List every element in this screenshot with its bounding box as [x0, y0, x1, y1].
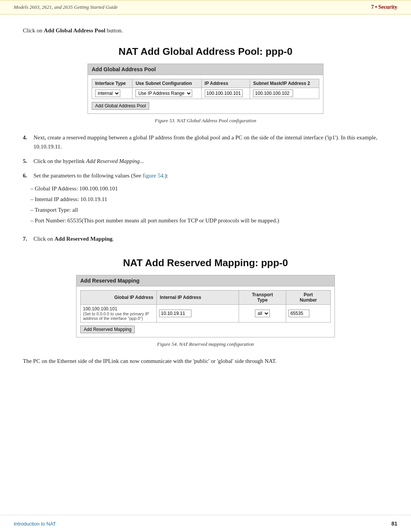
table-row: internal Use IP Address Range — [92, 88, 319, 99]
col-internal-ip: Internal IP Address — [157, 291, 239, 305]
chapter-num: 7 • Security — [371, 4, 397, 10]
global-ip-cell: 100.100.100.101 (Set to 0.0.0.0 to use t… — [81, 305, 157, 323]
section2-panel: Add Reserved Mapping Global IP Address I… — [76, 275, 335, 337]
transport-type-select[interactable]: all — [255, 310, 270, 317]
interface-type-cell: internal — [92, 88, 132, 99]
internal-ip-input[interactable] — [159, 310, 191, 317]
item5-num: 5. — [23, 157, 33, 166]
section1-panel-header: Add Global Address Pool — [88, 64, 323, 75]
col-port-number: PortNumber — [286, 291, 331, 305]
rm-table-row: 100.100.100.101 (Set to 0.0.0.0 to use t… — [81, 305, 331, 323]
main-content: Click on Add Global Address Pool button.… — [0, 14, 411, 389]
col-transport-type: TransportType — [239, 291, 286, 305]
global-address-pool-table: Interface Type Use Subnet Configuration … — [92, 79, 319, 99]
list-item-5: 5. Click on the hyperlink Add Reserved M… — [23, 157, 388, 166]
section1-panel-body: Interface Type Use Subnet Configuration … — [88, 75, 323, 113]
dash-list: Global IP Address: 100.100.100.101 Inter… — [30, 183, 279, 226]
footer-left-text: Introduction to NAT — [14, 521, 56, 527]
global-ip-note: (Set to 0.0.0.0 to use the primary IP ad… — [83, 312, 154, 321]
port-number-cell — [286, 305, 331, 323]
section2-panel-header: Add Reserved Mapping — [76, 275, 335, 286]
ip-address-input[interactable] — [205, 89, 243, 97]
section2: NAT Add Reserved Mapping: ppp-0 Add Rese… — [23, 257, 388, 347]
item7-content: Click on Add Reserved Mapping. — [33, 234, 388, 243]
figure54-caption: Figure 54. NAT Reserved mapping configur… — [23, 341, 388, 347]
dash-item-3: Transport Type: all — [30, 204, 279, 215]
section2-panel-body: Global IP Address Internal IP Address Tr… — [76, 286, 335, 337]
subnet-mask-cell — [250, 88, 319, 99]
col-interface-type: Interface Type — [92, 79, 132, 88]
col-subnet-config: Use Subnet Configuration — [132, 79, 201, 88]
item5-content: Click on the hyperlink Add Reserved Mapp… — [33, 157, 388, 166]
reserved-mapping-table: Global IP Address Internal IP Address Tr… — [80, 290, 331, 323]
add-global-address-pool-button[interactable]: Add Global Address Pool — [92, 102, 149, 110]
dash-item-1: Global IP Address: 100.100.100.101 — [30, 183, 279, 194]
item6-content: Set the parameters to the following valu… — [33, 171, 168, 180]
col-ip-address: IP Address — [201, 79, 250, 88]
dash-item-4: Port Number: 65535(This port number mean… — [30, 215, 279, 226]
interface-type-select[interactable]: internal — [95, 89, 120, 97]
list-item-7: 7. Click on Add Reserved Mapping. — [23, 234, 388, 243]
figure53-caption: Figure 53. NAT Global Address Pool confi… — [23, 118, 388, 124]
intro-paragraph: Click on Add Global Address Pool button. — [23, 26, 388, 35]
footer-bar: Introduction to NAT 81 — [0, 515, 411, 532]
header-left-text: Models 2603, 2621, and 2635 Getting Star… — [14, 4, 118, 10]
section1-title: NAT Add Global Address Pool: ppp-0 — [23, 46, 388, 58]
col-global-ip: Global IP Address — [81, 291, 157, 305]
item4-num: 4. — [23, 133, 33, 142]
ip-address-cell — [201, 88, 250, 99]
port-number-input[interactable] — [288, 310, 309, 317]
figure54-link[interactable]: figure 54 — [143, 173, 164, 179]
subnet-mask-input[interactable] — [253, 89, 293, 97]
item7-bold: Add Reserved Mapping — [54, 236, 113, 242]
subnet-config-cell: Use IP Address Range — [132, 88, 201, 99]
numbered-list: 4. Next, create a reserved mapping betwe… — [23, 133, 388, 243]
global-ip-value: 100.100.100.101 — [83, 306, 154, 312]
add-reserved-mapping-button[interactable]: Add Reserved Mapping — [80, 326, 135, 333]
list-item-6: 6. Set the parameters to the following v… — [23, 171, 388, 229]
item7-num: 7. — [23, 234, 33, 243]
footer-right-text: 81 — [391, 521, 397, 527]
subnet-config-select[interactable]: Use IP Address Range — [135, 89, 192, 97]
transport-type-cell: all — [239, 305, 286, 323]
col-subnet-mask: Subnet Mask/IP Address 2 — [250, 79, 319, 88]
list-item-4: 4. Next, create a reserved mapping betwe… — [23, 133, 388, 151]
item4-content: Next, create a reserved mapping between … — [33, 133, 388, 151]
body-paragraph: The PC on the Ethernet side of the IPLin… — [23, 356, 388, 366]
internal-ip-cell — [157, 305, 239, 323]
dash-item-2: Internal IP address: 10.10.19.11 — [30, 194, 279, 204]
intro-button-label: Add Global Address Pool — [44, 27, 105, 34]
header-bar: Models 2603, 2621, and 2635 Getting Star… — [0, 0, 411, 14]
add-reserved-mapping-link[interactable]: Add Reserved Mapping... — [86, 158, 144, 164]
item6-num: 6. — [23, 171, 33, 180]
section1-panel: Add Global Address Pool Interface Type U… — [88, 64, 323, 114]
header-right-text: 7 • Security — [371, 4, 397, 10]
section2-title: NAT Add Reserved Mapping: ppp-0 — [23, 257, 388, 269]
